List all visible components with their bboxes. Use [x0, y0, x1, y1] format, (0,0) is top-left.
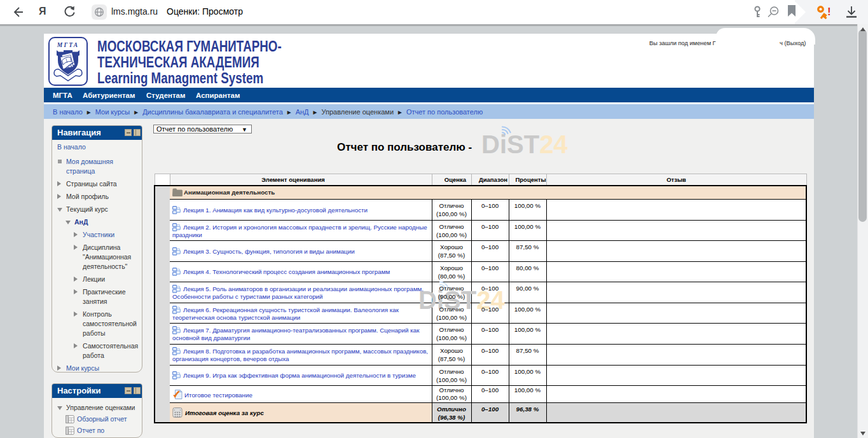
svg-text:!: ! [827, 6, 831, 18]
svg-text:МГТА: МГТА [57, 42, 79, 48]
